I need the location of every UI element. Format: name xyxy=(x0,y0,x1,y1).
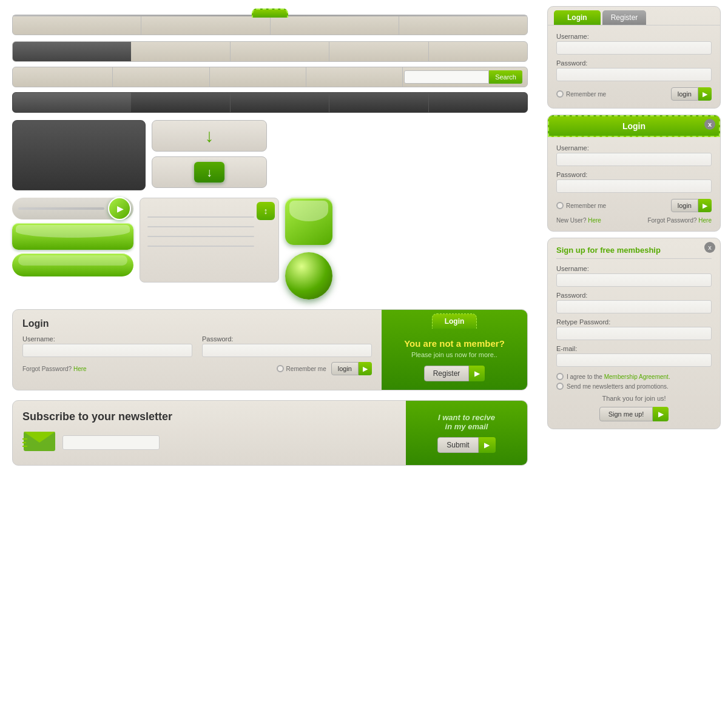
scroll-up-button[interactable]: ↕ xyxy=(257,202,275,220)
submit-btn[interactable]: Submit xyxy=(437,437,478,453)
widget3-email-label: E-mail: xyxy=(556,345,712,352)
sign-up-btn[interactable]: Sign me up! xyxy=(599,407,653,421)
not-member-login-tab[interactable]: Login xyxy=(432,313,477,329)
nav-bar4-tab1[interactable] xyxy=(13,93,131,112)
nav-bar2-tab3[interactable] xyxy=(231,42,330,61)
nav-bar1-green-tab[interactable] xyxy=(252,8,288,18)
nav-bar1-tab3[interactable] xyxy=(271,15,399,35)
search-button[interactable]: Search xyxy=(489,70,522,84)
widget3-password-label: Password: xyxy=(556,292,712,299)
green-glossy-button[interactable] xyxy=(12,223,133,250)
widget2-new-user-link[interactable]: Here xyxy=(588,217,601,224)
download-btn-2[interactable]: ↓ xyxy=(152,156,267,188)
nav-bar2-tab2[interactable] xyxy=(131,42,231,61)
newsletter-receive-text: I want to recive in my email xyxy=(414,413,519,431)
widget2-remember-radio[interactable] xyxy=(556,202,564,209)
widget3-newsletter-radio[interactable] xyxy=(556,383,564,390)
widget3-username-label: Username: xyxy=(556,265,712,272)
password-label-bottom: Password: xyxy=(202,335,372,343)
widget2-forgot-label: Forgot Password? xyxy=(647,217,696,224)
newsletter-title: Subscribe to your newsletter xyxy=(22,410,396,423)
search-input[interactable] xyxy=(404,70,489,84)
widget1-remember-label: Remember me xyxy=(566,91,606,98)
nav-bar3-tab3[interactable] xyxy=(211,67,306,87)
nav-bar-4 xyxy=(12,92,528,113)
right-widget-1: Login Register Username: Password: Remem… xyxy=(547,6,721,109)
nav-bar1-tab2[interactable] xyxy=(141,15,270,35)
progress-track xyxy=(18,207,104,210)
widget2-password-input[interactable] xyxy=(556,179,712,193)
nav-bar3-tab4[interactable] xyxy=(308,67,403,87)
username-input-bottom[interactable] xyxy=(22,344,192,357)
widget1-password-label: Password: xyxy=(556,59,712,67)
widget2-new-user-label: New User? xyxy=(556,217,586,224)
register-arrow[interactable]: ▶ xyxy=(469,366,485,381)
widget3-agree-radio[interactable] xyxy=(556,373,564,380)
nav-bar1-tab1[interactable] xyxy=(13,15,141,35)
widget3-retype-input[interactable] xyxy=(556,327,712,340)
widget3-email-input[interactable] xyxy=(556,353,712,367)
widget3-close-btn[interactable]: x xyxy=(704,242,715,253)
forgot-link-bottom[interactable]: Here xyxy=(73,366,87,372)
download-btn-1[interactable]: ↓ xyxy=(152,120,267,152)
widget1-password-input[interactable] xyxy=(556,68,712,81)
sign-up-btn-group: Sign me up! ▶ xyxy=(599,407,669,421)
login-btn-group-bottom: login ▶ xyxy=(331,362,372,375)
download-arrow-icon-1: ↓ xyxy=(205,126,214,146)
not-member-panel: Login You are not a member? Please join … xyxy=(382,310,527,390)
green-oval-button[interactable] xyxy=(12,253,133,276)
newsletter-right: I want to recive in my email Submit ▶ xyxy=(406,401,527,465)
widget3-agree-link[interactable]: Membership Agreement. xyxy=(604,373,670,380)
green-orb-button[interactable] xyxy=(285,252,332,300)
nav-bar-3: Search xyxy=(12,67,528,87)
newsletter-email-input[interactable] xyxy=(62,435,160,450)
nav-bar2-tab5[interactable] xyxy=(429,42,528,61)
widget3-password-input[interactable] xyxy=(556,300,712,313)
widget2-login-btn[interactable]: login xyxy=(671,199,698,212)
submit-btn-group: Submit ▶ xyxy=(437,437,495,453)
nav-bar2-tab1[interactable] xyxy=(13,42,131,61)
register-btn[interactable]: Register xyxy=(424,366,470,381)
widget1-remember-radio[interactable] xyxy=(556,90,564,98)
widget2-password-label: Password: xyxy=(556,171,712,178)
widget3-newsletter-text: Send me newsletters and promotions. xyxy=(567,383,669,390)
widget3-username-input[interactable] xyxy=(556,273,712,287)
submit-arrow[interactable]: ▶ xyxy=(479,437,496,453)
forgot-label-bottom: Forgot Password? xyxy=(22,366,72,372)
widget1-login-tab[interactable]: Login xyxy=(554,10,601,25)
scroll-line-1 xyxy=(147,216,254,218)
green-square-button[interactable] xyxy=(285,198,332,245)
nav-bar-1 xyxy=(12,15,528,35)
widget1-tabs: Login Register xyxy=(548,7,720,25)
widget2-username-input[interactable] xyxy=(556,153,712,166)
widget1-login-arrow[interactable]: ▶ xyxy=(698,87,712,101)
widget2-login-arrow[interactable]: ▶ xyxy=(698,199,712,212)
remember-radio-bottom[interactable] xyxy=(277,365,284,372)
play-button[interactable]: ▶ xyxy=(108,197,131,220)
widget2-close-btn[interactable]: x xyxy=(704,119,715,130)
widget3-header: Sign up for free membeship xyxy=(556,246,712,259)
widget2-header: Login x xyxy=(548,115,720,137)
widget1-username-label: Username: xyxy=(556,33,712,40)
nav-bar3-tab1[interactable] xyxy=(18,67,113,87)
login-arrow-bottom[interactable]: ▶ xyxy=(359,362,372,375)
scroll-line-4 xyxy=(147,246,254,247)
widget1-username-input[interactable] xyxy=(556,41,712,55)
nav-bar2-tab4[interactable] xyxy=(329,42,429,61)
nav-bar4-tab3[interactable] xyxy=(231,93,330,112)
sign-up-arrow[interactable]: ▶ xyxy=(653,407,669,421)
widget1-login-btn[interactable]: login xyxy=(671,87,698,101)
widget2-forgot-link[interactable]: Here xyxy=(698,217,712,224)
nav-bar4-tab2[interactable] xyxy=(131,93,231,112)
progress-bar-container: ▶ xyxy=(12,198,133,219)
widget3-thank-you: Thank you for join us! xyxy=(556,395,712,402)
password-input-bottom[interactable] xyxy=(202,344,372,357)
nav-bar1-tab4[interactable] xyxy=(399,15,527,35)
nav-bar3-tab2[interactable] xyxy=(114,67,209,87)
nav-bar4-tab4[interactable] xyxy=(329,93,429,112)
login-btn-bottom[interactable]: login xyxy=(331,362,359,375)
not-member-heading: You are not a member? xyxy=(391,338,517,349)
widget3-retype-label: Retype Password: xyxy=(556,318,712,326)
nav-bar4-tab5[interactable] xyxy=(429,93,528,112)
widget1-register-tab[interactable]: Register xyxy=(602,10,647,25)
